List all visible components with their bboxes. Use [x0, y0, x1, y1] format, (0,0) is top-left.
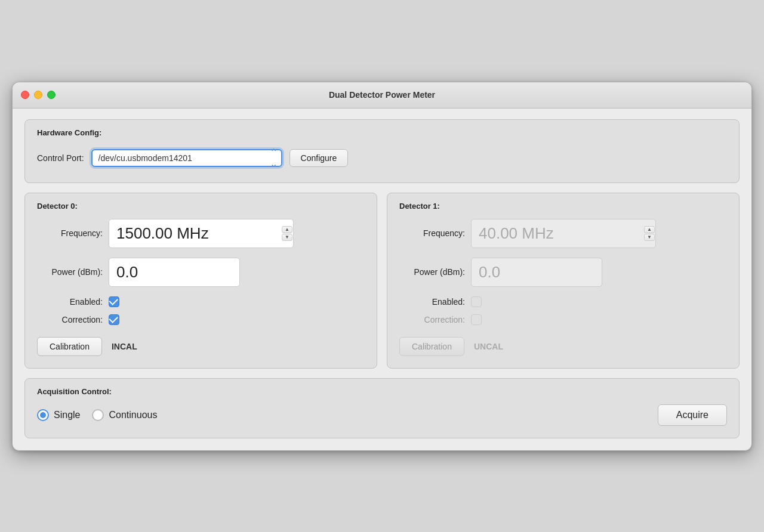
detector1-power-label: Power (dBm):: [399, 267, 465, 277]
detector0-frequency-spinner: ▲ ▼: [282, 226, 292, 241]
detector1-cal-row: Calibration UNCAL: [399, 337, 727, 356]
detector0-frequency-input[interactable]: [109, 219, 294, 248]
control-port-row: Control Port: /dev/cu.usbmodem14201 ⌃⌄ C…: [37, 146, 727, 171]
detector0-enabled-row: Enabled:: [37, 296, 365, 307]
acquisition-control-panel: Acquisition Control: Single Continuous A…: [24, 378, 740, 438]
single-radio-button[interactable]: [37, 409, 49, 421]
detector0-correction-checkbox[interactable]: [109, 314, 119, 325]
detector0-freq-down[interactable]: ▼: [282, 234, 292, 241]
detector1-frequency-label: Frequency:: [399, 228, 465, 238]
detector0-calibration-button[interactable]: Calibration: [37, 337, 102, 356]
port-select-wrapper: /dev/cu.usbmodem14201 ⌃⌄: [91, 149, 282, 167]
detector1-enabled-label: Enabled:: [399, 297, 465, 307]
detector0-correction-label: Correction:: [37, 315, 103, 324]
port-select[interactable]: /dev/cu.usbmodem14201: [91, 149, 282, 167]
detector1-calibration-button[interactable]: Calibration: [399, 337, 464, 356]
window-controls: [21, 91, 56, 99]
continuous-radio-button[interactable]: [92, 409, 104, 421]
detector1-freq-up[interactable]: ▲: [644, 226, 655, 233]
control-port-label: Control Port:: [37, 153, 84, 163]
detector1-power-row: Power (dBm):: [399, 258, 727, 287]
detector1-frequency-input[interactable]: [471, 219, 656, 248]
detector1-freq-down[interactable]: ▼: [644, 234, 655, 241]
detector1-enabled-row: Enabled:: [399, 296, 727, 307]
detectors-row: Detector 0: Frequency: ▲ ▼ Power (dBm):: [24, 193, 740, 369]
detector0-frequency-wrapper: ▲ ▼: [109, 219, 294, 248]
detector1-cal-status: UNCAL: [474, 342, 503, 351]
detector0-label: Detector 0:: [37, 202, 365, 211]
detector1-correction-checkbox[interactable]: [471, 314, 482, 325]
content-area: Hardware Config: Control Port: /dev/cu.u…: [13, 109, 751, 450]
radio-group: Single Continuous: [37, 409, 643, 421]
detector0-enabled-label: Enabled:: [37, 297, 103, 307]
maximize-button[interactable]: [47, 91, 56, 99]
detector1-correction-row: Correction:: [399, 314, 727, 325]
detector0-frequency-label: Frequency:: [37, 228, 103, 238]
main-window: Dual Detector Power Meter Hardware Confi…: [12, 82, 752, 451]
hardware-config-label: Hardware Config:: [37, 128, 727, 137]
detector1-label: Detector 1:: [399, 202, 727, 211]
detector0-power-label: Power (dBm):: [37, 267, 103, 277]
detector0-panel: Detector 0: Frequency: ▲ ▼ Power (dBm):: [24, 193, 377, 369]
window-title: Dual Detector Power Meter: [329, 90, 435, 100]
configure-button[interactable]: Configure: [289, 149, 349, 167]
detector1-frequency-spinner: ▲ ▼: [644, 226, 655, 241]
acquisition-row: Single Continuous Acquire: [37, 404, 727, 426]
titlebar: Dual Detector Power Meter: [13, 82, 751, 109]
detector1-panel: Detector 1: Frequency: ▲ ▼ Power (dBm):: [387, 193, 740, 369]
detector0-power-row: Power (dBm):: [37, 258, 365, 287]
single-radio-label: Single: [54, 410, 80, 420]
single-radio-item[interactable]: Single: [37, 409, 80, 421]
detector1-enabled-checkbox[interactable]: [471, 296, 482, 307]
detector0-power-input[interactable]: [109, 258, 240, 287]
detector1-power-input[interactable]: [471, 258, 602, 287]
detector0-cal-row: Calibration INCAL: [37, 337, 365, 356]
continuous-radio-item[interactable]: Continuous: [92, 409, 157, 421]
detector0-freq-up[interactable]: ▲: [282, 226, 292, 233]
acquisition-label: Acquisition Control:: [37, 387, 727, 396]
detector0-frequency-row: Frequency: ▲ ▼: [37, 219, 365, 248]
detector1-frequency-row: Frequency: ▲ ▼: [399, 219, 727, 248]
detector1-frequency-wrapper: ▲ ▼: [471, 219, 656, 248]
minimize-button[interactable]: [34, 91, 42, 99]
continuous-radio-label: Continuous: [109, 410, 157, 420]
detector0-enabled-checkbox[interactable]: [109, 296, 119, 307]
acquire-button[interactable]: Acquire: [658, 404, 727, 426]
detector0-cal-status: INCAL: [112, 342, 137, 351]
close-button[interactable]: [21, 91, 29, 99]
hardware-config-panel: Hardware Config: Control Port: /dev/cu.u…: [24, 119, 740, 183]
detector1-correction-label: Correction:: [399, 315, 465, 324]
detector0-correction-row: Correction:: [37, 314, 365, 325]
